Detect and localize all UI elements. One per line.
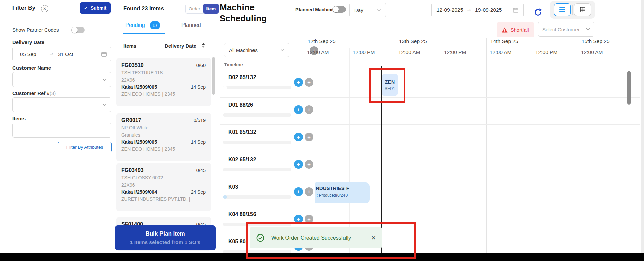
refresh-icon[interactable] <box>533 8 543 17</box>
order-toggle-option[interactable]: Order <box>186 6 203 11</box>
shortfall-label: Shortfall <box>510 27 529 33</box>
planned-machines-toggle[interactable] <box>332 6 346 13</box>
item-code: GR0017 <box>121 117 141 123</box>
machines-filter-value: All Machines <box>229 47 258 53</box>
item-delivery-date: 14 Sep <box>191 139 206 145</box>
timeline-scrollbar[interactable] <box>627 71 631 105</box>
machine-progress-bar <box>223 141 291 144</box>
add-work-order-button[interactable]: + <box>294 105 303 114</box>
day-header: 13th Sep 25 <box>399 38 427 44</box>
item-desc: TSH TEXTURE 118 <box>121 70 206 75</box>
time-header: 12:00 PM <box>444 49 466 55</box>
page-title: Machine Scheduling <box>220 2 300 24</box>
add-work-order-button[interactable]: + <box>294 160 303 169</box>
calendar-icon <box>101 51 107 57</box>
work-order-chip-k03[interactable]: NDUSTRIES F : Produced(0/240 <box>315 182 370 203</box>
customer-ref-count: (3) <box>50 90 56 96</box>
range-arrow-icon: ⇀ <box>467 7 471 13</box>
add-work-order-button[interactable]: + <box>294 133 303 141</box>
page-scrollbar-track[interactable] <box>641 0 644 261</box>
range-arrow-icon: ⇀ <box>50 51 54 57</box>
customer-ref-select[interactable] <box>12 97 111 112</box>
customer-name-select[interactable] <box>12 72 111 87</box>
time-header: 12:00 PM <box>535 49 557 55</box>
period-select[interactable]: Day <box>349 3 386 17</box>
customer-ref-label: Customer Ref #(3) <box>12 90 56 96</box>
filter-by-attributes-button[interactable]: Filter By Attributes <box>58 142 112 152</box>
add-secondary-button[interactable]: + <box>305 105 313 114</box>
found-items-count: Found 23 Items <box>123 5 164 12</box>
item-card[interactable]: FG034930/45TSH GLOSSY 600222X96Kaka I/25… <box>116 163 211 211</box>
machine-label: D02 65/132 <box>228 74 256 81</box>
item-code: FG03493 <box>121 167 144 173</box>
grid-view-button[interactable] <box>574 3 591 16</box>
item-customer: ZEN ECO HOMES | 2345 <box>121 91 206 97</box>
item-qty: 0/519 <box>194 118 206 123</box>
filter-panel: Filter By ✕ ✓ Submit Show Partner Codes … <box>0 0 114 253</box>
tabs-divider <box>115 34 216 34</box>
tab-pending[interactable]: Pending <box>125 22 145 28</box>
add-secondary-button[interactable]: + <box>305 133 313 141</box>
delivery-end-value: 31 Oct <box>58 51 73 57</box>
panel-divider <box>218 18 218 253</box>
check-icon: ✓ <box>84 5 88 11</box>
machine-label: K04 80/156 <box>228 211 256 217</box>
item-card[interactable]: GR00170/519NP Off WhiteGranulesKaka I/25… <box>116 113 211 161</box>
item-desc: NP Off White <box>121 125 206 130</box>
day-header: 12th Sep 25 <box>308 38 336 44</box>
delivery-date-range-input[interactable]: 05 Sep ⇀ 31 Oct <box>12 47 111 61</box>
column-delivery-date[interactable]: Delivery Date <box>165 43 196 49</box>
bulk-plan-item-button[interactable]: Bulk Plan Item 1 Items selected from 1 S… <box>115 225 216 250</box>
bulk-plan-subtitle: 1 Items selected from 1 SO’s <box>130 239 201 245</box>
chip-title: NDUSTRIES F <box>316 185 366 191</box>
machines-filter-select[interactable]: All Machines <box>224 43 289 57</box>
select-customer-placeholder: Select Customer <box>542 27 580 32</box>
items-filter-label: Items <box>12 116 26 121</box>
clear-filters-icon[interactable]: ✕ <box>41 5 48 12</box>
column-items: Items <box>123 43 136 49</box>
items-filter-input[interactable] <box>12 123 111 138</box>
select-customer-dropdown[interactable]: Select Customer <box>538 22 594 37</box>
chevron-down-icon <box>586 28 590 31</box>
chevron-down-icon <box>280 49 284 51</box>
tab-planned[interactable]: Planned <box>181 22 201 28</box>
timeline-view-button[interactable] <box>554 3 571 16</box>
schedule-start-value: 12-09-2025 <box>436 7 463 13</box>
list-scrollbar[interactable] <box>212 57 215 95</box>
add-secondary-button[interactable]: + <box>305 78 313 87</box>
day-header: 14th Sep 25 <box>490 38 518 44</box>
customer-name-label: Customer Name <box>12 65 51 71</box>
view-toggle-group <box>550 1 595 19</box>
item-desc: 22X96 <box>121 182 206 188</box>
filter-title: Filter By <box>12 5 35 11</box>
submit-button[interactable]: ✓ Submit <box>80 2 111 14</box>
item-customer: ZURET INDUSTRIES PVT.LTD. | <box>121 196 206 202</box>
item-qty: 0/45 <box>196 168 206 173</box>
machine-progress-bar <box>223 168 291 171</box>
item-toggle-option[interactable]: Item <box>203 4 219 14</box>
add-work-order-button[interactable]: + <box>294 187 303 196</box>
shortfall-badge[interactable]: Shortfall <box>497 22 534 37</box>
item-order-ref: Kaka I/2509/004 <box>121 189 157 195</box>
dates-row-divider <box>304 47 640 47</box>
sort-icon[interactable] <box>202 43 205 48</box>
add-work-order-button[interactable]: + <box>294 78 303 87</box>
schedule-end-value: 19-09-2025 <box>475 7 502 13</box>
day-header: 15th Sep 25 <box>582 38 610 44</box>
order-item-toggle[interactable]: Order Item <box>185 4 219 14</box>
calendar-icon <box>513 7 519 13</box>
time-header: 12:00 AM <box>307 49 329 55</box>
show-partner-codes-toggle[interactable] <box>71 27 85 33</box>
item-code: FG03510 <box>121 62 144 68</box>
item-customer: ZEN ECO HOMES | 2345 <box>121 146 206 152</box>
schedule-date-range-input[interactable]: 12-09-2025 ⇀ 19-09-2025 <box>431 3 524 17</box>
time-header: 12:00 AM <box>398 49 420 55</box>
add-secondary-button[interactable]: + <box>305 187 313 196</box>
item-card[interactable]: FG035100/60TSH TEXTURE 11822X96Kaka I/25… <box>116 58 211 106</box>
machine-progress-bar <box>223 113 291 117</box>
item-desc: TSH GLOSSY 6002 <box>121 175 206 180</box>
chevron-down-icon <box>102 103 106 106</box>
add-secondary-button[interactable]: + <box>305 160 313 169</box>
chevron-down-icon <box>377 9 381 11</box>
item-desc: Granules <box>121 132 206 138</box>
